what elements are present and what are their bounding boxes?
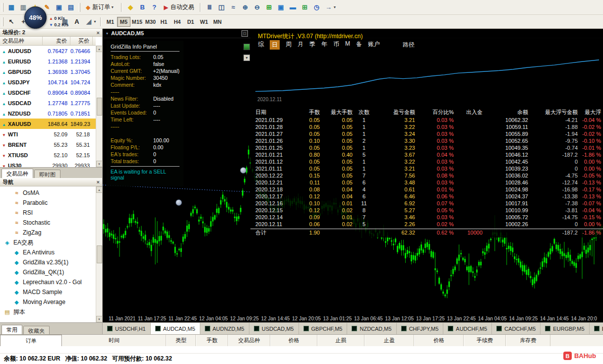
chart-tab[interactable]: GBPCHF,M5 [299,323,348,334]
terminal-column-swap[interactable]: 库存费 [506,335,550,346]
chart-tab[interactable]: EURAUD,M [590,323,603,334]
zoom-in-icon[interactable]: ⊕ [239,2,251,13]
navigator-scrollbar[interactable]: ▲ ▼ [96,186,102,322]
restore-window-icon[interactable]: □ [241,30,248,37]
chart-tab[interactable]: AUDCHF,M5 [443,323,492,334]
market-watch-row[interactable]: XTIUSD 52.10 52.15 [0,150,96,160]
chevron-down-icon[interactable]: ▼ [333,5,336,9]
terminal-column-symbol[interactable]: 交易品种 [228,335,270,346]
market-watch-row[interactable]: XAUUSD 1848.64 1849.23 [0,119,96,129]
chart-tab[interactable]: CHFJPY,M5 [397,323,444,334]
stats-tab[interactable]: 季 [309,40,315,50]
chart-tab[interactable]: EURGBP,M5 [541,323,589,334]
scroll-down-icon[interactable]: ▼ [96,161,103,167]
cascade-windows-icon[interactable]: ▣ [275,2,287,13]
navigator-item[interactable]: Parabolic [0,198,96,208]
scheduler-icon[interactable]: ◷ [310,2,322,13]
timeframe-button[interactable]: D1 [184,17,197,27]
chart-object-marker[interactable] [240,167,246,174]
market-watch-row[interactable]: USDCHF 0.89064 0.89084 [0,87,96,98]
data-window-icon[interactable]: ▤ [65,2,77,13]
stats-tab[interactable]: 备 [356,40,362,50]
market-watch-tab[interactable]: 交易品种 [1,169,33,178]
market-watch-scrollbar[interactable]: ▲ ▼ [96,46,102,167]
timeframe-button[interactable]: H4 [171,17,184,27]
terminal-column-commission[interactable]: 手续费 [464,335,506,346]
stats-tab[interactable]: 年 [321,40,327,50]
market-watch-icon[interactable]: ▣ [53,2,65,13]
text-tool-icon[interactable]: A [71,16,83,27]
toolbar-gripper[interactable] [79,3,80,12]
navigator-tab[interactable]: 收藏夹 [23,326,50,334]
stats-tab[interactable]: 月 [298,40,303,50]
column-bid[interactable]: 卖价 [43,37,70,45]
navigator-item[interactable]: 脚本 [0,307,96,317]
navigator-item[interactable]: Moving Average [0,297,96,307]
close-icon[interactable]: × [97,180,100,184]
market-watch-tab[interactable]: 即时图 [34,170,60,178]
navigator-item[interactable]: EA交易 [0,238,96,247]
stats-tab[interactable]: 周 [286,40,292,50]
navigator-item[interactable]: GridZilla_QK(1) [0,267,96,277]
timeframe-button[interactable]: M5 [117,17,130,27]
arrange-windows-icon[interactable]: ▬ [287,2,299,13]
terminal-order-list[interactable] [0,346,603,353]
candlestick-chart-icon[interactable]: ◫ [215,2,227,13]
column-ask[interactable]: 买价 [70,37,93,45]
help-icon[interactable]: ? [148,2,160,13]
timeframe-button[interactable]: H1 [157,17,171,27]
navigator-item[interactable]: GridZilla v2.35(1) [0,257,96,267]
stats-tab[interactable]: M [345,40,350,50]
toolbar-gripper[interactable] [2,17,3,26]
window-menu-icon[interactable]: ▾ [106,31,108,36]
market-watch-row[interactable]: USDJPY 104.714 104.724 [0,77,96,87]
navigator-tab[interactable]: 常用 [1,325,22,334]
stats-tab[interactable]: 账户 [368,40,380,50]
navigator-item[interactable]: RSI [0,208,96,218]
navigator-item[interactable]: Leprechaun v2.0 - Gol [0,277,96,287]
terminal-column-price-current[interactable]: 价格 [414,335,464,346]
timeframe-button[interactable]: M15 [130,17,144,27]
chart-tab[interactable]: USDCHF,H1 [103,323,151,334]
scrollbar-thumb[interactable] [97,245,102,263]
scroll-up-icon[interactable]: ▲ [96,46,103,52]
new-window-icon[interactable]: ⊞ [299,2,310,13]
timeframe-button[interactable]: MN [211,17,224,27]
navigator-item[interactable]: Stochastic [0,218,96,228]
panel-collapse-icon[interactable]: ▾ [243,55,250,61]
terminal-column-time[interactable]: 时间 [62,335,166,346]
new-chart-icon[interactable]: ▦ [5,2,17,13]
stats-tab[interactable]: 综 [258,40,264,50]
column-symbol[interactable]: 交易品种 [0,37,43,45]
navigator-item[interactable]: EA Antivirus [0,247,96,257]
chart-tab[interactable]: NZDCAD,M5 [347,323,396,334]
terminal-column-type[interactable]: 类型 [166,335,196,346]
market-watch-row[interactable]: NZDUSD 0.71805 0.71851 [0,108,96,119]
network-usage-badge[interactable]: 48% [24,6,47,29]
terminal-column-order[interactable]: 订单 [0,335,62,346]
scroll-up-icon[interactable]: ▲ [96,186,103,193]
market-watch-row[interactable]: AUDUSD 0.76427 0.76466 [0,46,96,56]
history-center-icon[interactable]: B [136,2,148,13]
timeframe-button[interactable]: M1 [104,17,117,27]
terminal-column-price-open[interactable]: 价格 [270,335,317,346]
stats-tab[interactable]: 币 [333,40,339,50]
cursor-icon[interactable]: ↖ [5,16,17,27]
chart-tab[interactable]: CADCHF,M5 [492,323,541,334]
terminal-column-takeprofit[interactable]: 止盈 [364,335,414,346]
navigator-item[interactable]: MACD Sample [0,287,96,297]
line-chart-icon[interactable]: ≈ [227,2,239,13]
chart-tab[interactable]: USDCAD,M5 [249,323,299,334]
timeframe-button[interactable]: M30 [144,17,157,27]
market-watch-row[interactable]: USDCAD 1.27748 1.27775 [0,98,96,108]
chart-tab[interactable]: AUDCAD,M5 [151,323,200,334]
market-watch-row[interactable]: BRENT 55.23 55.31 [0,139,96,150]
tile-windows-icon[interactable]: ⊞ [263,2,275,13]
timeframe-button[interactable]: W1 [197,17,211,27]
stats-path-button[interactable]: 路径 [403,41,415,49]
symbols-icon[interactable]: ◆ [124,2,136,13]
chart-tab[interactable]: AUDNZD,M5 [200,323,249,334]
zoom-out-icon[interactable]: ⊖ [251,2,263,13]
navigator-item[interactable]: ZigZag [0,228,96,238]
terminal-column-stoploss[interactable]: 止损 [317,335,364,346]
